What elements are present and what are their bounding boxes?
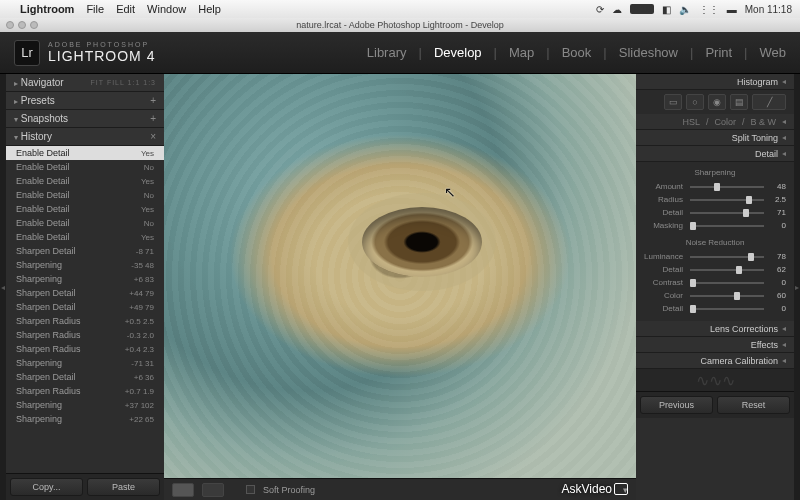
history-row[interactable]: Sharpen Detail+49 79 bbox=[6, 300, 164, 314]
history-row[interactable]: Sharpening+37 102 bbox=[6, 398, 164, 412]
slider-masking[interactable]: Masking0 bbox=[644, 219, 786, 232]
module-slideshow[interactable]: Slideshow bbox=[619, 45, 678, 60]
notification-badge[interactable]: A 16 bbox=[630, 4, 654, 14]
hsl-header[interactable]: HSL/ Color/ B & W ◂ bbox=[636, 114, 794, 130]
lens-header[interactable]: Lens Corrections◂ bbox=[636, 321, 794, 337]
before-after-button[interactable] bbox=[202, 483, 224, 497]
history-row[interactable]: Sharpen Radius-0.3 2.0 bbox=[6, 328, 164, 342]
history-row[interactable]: Sharpening+22 65 bbox=[6, 412, 164, 426]
module-library[interactable]: Library bbox=[367, 45, 407, 60]
slider-amount[interactable]: Amount48 bbox=[644, 180, 786, 193]
disclosure-icon: ◂ bbox=[782, 77, 786, 86]
loupe-view-button[interactable] bbox=[172, 483, 194, 497]
display-icon[interactable]: ◧ bbox=[662, 4, 671, 15]
add-snapshot-icon[interactable]: + bbox=[150, 113, 156, 124]
detail-header[interactable]: Detail◂ bbox=[636, 146, 794, 162]
window-titlebar: nature.lrcat - Adobe Photoshop Lightroom… bbox=[0, 18, 800, 32]
menu-edit[interactable]: Edit bbox=[116, 3, 135, 15]
sync-icon[interactable]: ⟳ bbox=[596, 4, 604, 15]
effects-header[interactable]: Effects◂ bbox=[636, 337, 794, 353]
history-row[interactable]: Sharpening-35 48 bbox=[6, 258, 164, 272]
history-row[interactable]: Enable DetailYes bbox=[6, 174, 164, 188]
cloud-icon[interactable]: ☁ bbox=[612, 4, 622, 15]
history-header[interactable]: ▾ History × bbox=[6, 128, 164, 146]
history-row[interactable]: Sharpening+6 83 bbox=[6, 272, 164, 286]
right-panel: Histogram◂ ▭ ○ ◉ ▤ ╱ HSL/ Color/ B & W ◂ bbox=[636, 74, 794, 500]
brush-tool-icon[interactable]: ╱ bbox=[752, 94, 786, 110]
slider-luminance[interactable]: Luminance78 bbox=[644, 250, 786, 263]
slider-radius[interactable]: Radius2.5 bbox=[644, 193, 786, 206]
split-toning-header[interactable]: Split Toning◂ bbox=[636, 130, 794, 146]
slider-detail[interactable]: Detail62 bbox=[644, 263, 786, 276]
slider-contrast[interactable]: Contrast0 bbox=[644, 276, 786, 289]
right-edge-grip[interactable]: ▸ bbox=[794, 74, 800, 500]
history-row[interactable]: Enable DetailYes bbox=[6, 146, 164, 160]
disclosure-icon: ▾ bbox=[14, 115, 18, 124]
module-print[interactable]: Print bbox=[705, 45, 732, 60]
history-row[interactable]: Sharpen Detail+44 79 bbox=[6, 286, 164, 300]
history-row[interactable]: Enable DetailNo bbox=[6, 160, 164, 174]
history-row[interactable]: Sharpen Radius+0.5 2.5 bbox=[6, 314, 164, 328]
presets-header[interactable]: ▸ Presets + bbox=[6, 92, 164, 110]
slider-detail[interactable]: Detail0 bbox=[644, 302, 786, 315]
history-row[interactable]: Sharpen Radius+0.4 2.3 bbox=[6, 342, 164, 356]
redeye-tool-icon[interactable]: ◉ bbox=[708, 94, 726, 110]
brand-line2: LIGHTROOM 4 bbox=[48, 48, 155, 64]
histogram-header[interactable]: Histogram◂ bbox=[636, 74, 794, 90]
menu-window[interactable]: Window bbox=[147, 3, 186, 15]
ornament: ∿∿∿ bbox=[636, 369, 794, 391]
navigator-modes[interactable]: FIT FILL 1:1 1:3 bbox=[91, 79, 156, 86]
traffic-lights[interactable] bbox=[6, 21, 38, 29]
history-row[interactable]: Sharpen Detail-8 71 bbox=[6, 244, 164, 258]
sharpening-title: Sharpening bbox=[644, 168, 786, 177]
macos-menubar: Lightroom File Edit Window Help ⟳ ☁ A 16… bbox=[0, 0, 800, 18]
module-map[interactable]: Map bbox=[509, 45, 534, 60]
slider-detail[interactable]: Detail71 bbox=[644, 206, 786, 219]
history-row[interactable]: Sharpen Detail+6 36 bbox=[6, 370, 164, 384]
paste-button[interactable]: Paste bbox=[87, 478, 160, 496]
module-web[interactable]: Web bbox=[760, 45, 787, 60]
module-picker: Library|Develop|Map|Book|Slideshow|Print… bbox=[367, 45, 786, 60]
identity-plate: Lr ADOBE PHOTOSHOP LIGHTROOM 4 bbox=[14, 40, 155, 66]
tab-hsl[interactable]: HSL bbox=[682, 117, 700, 127]
spot-tool-icon[interactable]: ○ bbox=[686, 94, 704, 110]
soft-proof-label: Soft Proofing bbox=[263, 485, 315, 495]
image-canvas[interactable]: ↖ bbox=[164, 74, 636, 478]
app-menu[interactable]: Lightroom bbox=[20, 3, 74, 15]
tab-bw[interactable]: B & W bbox=[750, 117, 776, 127]
lightroom-window: Lr ADOBE PHOTOSHOP LIGHTROOM 4 Library|D… bbox=[0, 32, 800, 500]
grad-tool-icon[interactable]: ▤ bbox=[730, 94, 748, 110]
module-develop[interactable]: Develop bbox=[434, 45, 482, 60]
clear-history-icon[interactable]: × bbox=[150, 131, 156, 142]
previous-button[interactable]: Previous bbox=[640, 396, 713, 414]
module-book[interactable]: Book bbox=[562, 45, 592, 60]
slider-color[interactable]: Color60 bbox=[644, 289, 786, 302]
menu-file[interactable]: File bbox=[86, 3, 104, 15]
crop-tool-icon[interactable]: ▭ bbox=[664, 94, 682, 110]
copy-button[interactable]: Copy... bbox=[10, 478, 83, 496]
snapshots-header[interactable]: ▾ Snapshots + bbox=[6, 110, 164, 128]
add-preset-icon[interactable]: + bbox=[150, 95, 156, 106]
history-row[interactable]: Sharpen Radius+0.7 1.9 bbox=[6, 384, 164, 398]
history-row[interactable]: Sharpening-71 31 bbox=[6, 356, 164, 370]
clock[interactable]: Mon 11:18 bbox=[745, 4, 792, 15]
camera-cal-header[interactable]: Camera Calibration◂ bbox=[636, 353, 794, 369]
reset-button[interactable]: Reset bbox=[717, 396, 790, 414]
disclosure-icon: ▾ bbox=[14, 133, 18, 142]
window-title: nature.lrcat - Adobe Photoshop Lightroom… bbox=[296, 20, 504, 30]
menu-help[interactable]: Help bbox=[198, 3, 221, 15]
tab-color[interactable]: Color bbox=[714, 117, 736, 127]
history-row[interactable]: Enable DetailNo bbox=[6, 188, 164, 202]
history-row[interactable]: Enable DetailNo bbox=[6, 216, 164, 230]
volume-icon[interactable]: 🔈 bbox=[679, 4, 691, 15]
wifi-icon[interactable]: ⋮⋮ bbox=[699, 4, 719, 15]
history-list: Enable DetailYesEnable DetailNoEnable De… bbox=[6, 146, 164, 473]
navigator-header[interactable]: ▸ Navigator FIT FILL 1:1 1:3 bbox=[6, 74, 164, 92]
flag-icon[interactable]: ▬ bbox=[727, 4, 737, 15]
watermark: AskVideo bbox=[562, 482, 628, 496]
left-panel: ▸ Navigator FIT FILL 1:1 1:3 ▸ Presets +… bbox=[6, 74, 164, 500]
history-row[interactable]: Enable DetailYes bbox=[6, 230, 164, 244]
soft-proof-checkbox[interactable] bbox=[246, 485, 255, 494]
cursor-icon: ↖ bbox=[444, 184, 456, 200]
history-row[interactable]: Enable DetailYes bbox=[6, 202, 164, 216]
